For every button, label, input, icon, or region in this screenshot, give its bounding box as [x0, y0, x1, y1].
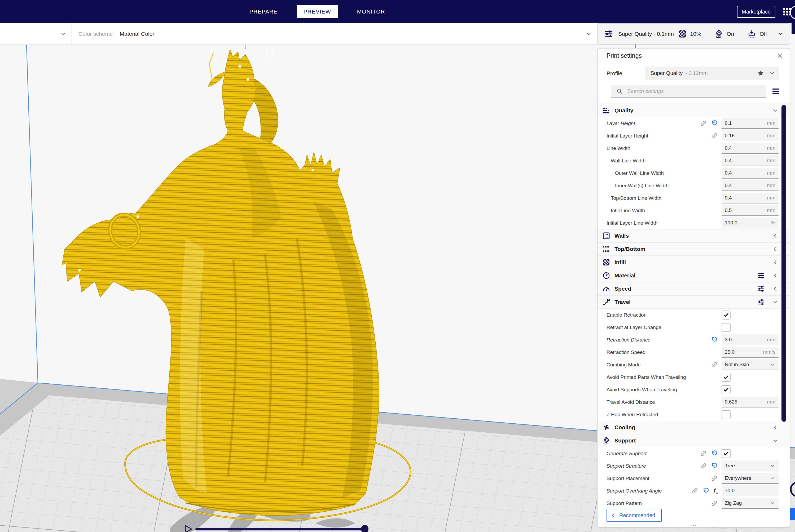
category-top-bottom[interactable]: Top/Bottom	[597, 243, 790, 256]
generate-support-checkbox[interactable]	[722, 449, 731, 458]
tab-preview[interactable]: PREVIEW	[297, 5, 338, 18]
combing-mode-select[interactable]: Not in Skin	[722, 359, 779, 370]
setting-label: Z Hop When Retracted	[597, 412, 718, 418]
link-icon[interactable]	[711, 500, 718, 507]
profile-label: Profile	[607, 70, 645, 77]
tab-monitor[interactable]: MONITOR	[350, 5, 392, 18]
print-settings-summary[interactable]: Super Quality - 0.1mm 10% On Off	[597, 23, 790, 44]
search-input[interactable]	[627, 88, 755, 95]
category-label: Infill	[614, 259, 626, 265]
category-speed[interactable]: Speed	[597, 282, 790, 296]
row-retract-at-layer-change: Retract at Layer Change	[597, 321, 790, 334]
search-box[interactable]	[611, 85, 766, 97]
chevron-down-icon	[770, 362, 775, 367]
link-icon[interactable]	[700, 462, 707, 470]
profile-dropdown[interactable]: Super Quality - 0.12mm	[645, 66, 779, 80]
reset-icon[interactable]	[711, 120, 718, 127]
setting-label: Support Pattern	[597, 500, 711, 506]
category-label: Speed	[614, 286, 631, 292]
setting-label: Support Overhang Angle	[597, 488, 691, 494]
chevron-down-icon[interactable]	[585, 31, 592, 37]
row-layer-height: Layer Height0.1mm	[597, 117, 790, 130]
category-quality[interactable]: Quality	[597, 104, 790, 117]
link-icon[interactable]	[711, 132, 718, 139]
tuned-settings-icon	[757, 271, 765, 280]
inner-wall-s-line-width-input[interactable]: 0.4mm	[722, 180, 779, 191]
avoid-supports-when-traveling-checkbox[interactable]	[722, 385, 731, 394]
layer-height-input[interactable]: 0.1mm	[722, 118, 779, 129]
initial-layer-height-input[interactable]: 0.16mm	[722, 130, 779, 141]
setting-value: Tree	[725, 463, 735, 469]
infill-line-width-input[interactable]: 0.5mm	[722, 205, 779, 216]
category-walls[interactable]: Walls	[597, 229, 790, 243]
scrollbar-thumb[interactable]	[781, 105, 786, 422]
category-travel[interactable]: Travel	[597, 296, 790, 309]
marketplace-button[interactable]: Marketplace	[737, 6, 775, 18]
setting-label: Support Structure	[597, 463, 700, 469]
enable-retraction-checkbox[interactable]	[722, 310, 731, 320]
z-hop-when-retracted-checkbox[interactable]	[722, 410, 731, 419]
wall-line-width-input[interactable]: 0.4mm	[722, 155, 779, 166]
edge-navy-tab	[792, 22, 795, 34]
chevron-left-icon	[610, 512, 616, 518]
retract-at-layer-change-checkbox[interactable]	[722, 323, 731, 332]
row-line-width: Line Width0.4mm	[597, 142, 790, 154]
category-label: Top/Bottom	[614, 246, 645, 252]
check-icon	[723, 386, 729, 393]
avoid-printed-parts-when-traveling-checkbox[interactable]	[722, 373, 731, 382]
chevron-down-icon	[770, 500, 775, 506]
setting-unit: mm	[767, 170, 775, 176]
chevron-left-icon	[772, 272, 779, 279]
action-panel-sliver[interactable]	[790, 508, 795, 520]
link-icon[interactable]	[711, 361, 718, 368]
reset-icon[interactable]	[711, 450, 718, 457]
reset-icon[interactable]	[711, 462, 718, 470]
recommended-button[interactable]: Recommended	[607, 509, 662, 522]
check-icon	[723, 374, 729, 380]
category-material[interactable]: Material	[597, 269, 790, 282]
row-avoid-printed-parts-when-traveling: Avoid Printed Parts When Traveling	[597, 371, 790, 383]
row-generate-support: Generate Support	[597, 447, 790, 460]
star-icon[interactable]	[757, 70, 764, 77]
setting-label: Outer Wall Line Width	[597, 170, 718, 176]
chevron-down-icon	[770, 475, 775, 481]
settings-menu-icon[interactable]	[771, 87, 780, 96]
reset-icon[interactable]	[711, 336, 718, 343]
panel-resize-handle[interactable]: ⋯	[597, 521, 790, 529]
category-support[interactable]: Support	[597, 434, 790, 447]
link-icon[interactable]	[700, 450, 707, 457]
topbottom-icon	[602, 245, 610, 253]
link-icon[interactable]	[700, 120, 707, 127]
top-bottom-line-width-input[interactable]: 0.4mm	[722, 193, 779, 204]
reset-icon[interactable]	[702, 487, 709, 494]
category-infill[interactable]: Infill	[597, 256, 790, 269]
category-cooling[interactable]: Cooling	[597, 421, 790, 434]
link-icon[interactable]	[691, 487, 699, 494]
row-avoid-supports-when-traveling: Avoid Supports When Traveling	[597, 383, 790, 396]
fx-formula-icon[interactable]: ƒx	[713, 487, 718, 494]
link-icon[interactable]	[711, 475, 718, 482]
chevron-down-icon	[772, 299, 779, 305]
tab-prepare[interactable]: PREPARE	[243, 5, 284, 18]
support-overhang-angle-input[interactable]: 70.0°	[722, 486, 779, 496]
top-bar: PREPARE PREVIEW MONITOR Marketplace	[0, 0, 795, 23]
support-structure-select[interactable]: Tree	[722, 460, 779, 471]
retraction-distance-input[interactable]: 3.0mm	[722, 334, 779, 345]
setting-unit: mm	[767, 183, 775, 188]
search-icon	[616, 88, 623, 95]
outer-wall-line-width-input[interactable]: 0.4mm	[722, 168, 779, 178]
close-icon[interactable]	[776, 52, 783, 59]
retraction-speed-input[interactable]: 25.0mm/s	[722, 347, 779, 358]
setting-label: Layer Height	[597, 120, 700, 126]
view-options-dropdown[interactable]	[0, 23, 72, 44]
support-placement-select[interactable]: Everywhere	[722, 473, 779, 484]
panel-header: Print settings	[597, 49, 790, 63]
row-z-hop-when-retracted: Z Hop When Retracted	[597, 408, 790, 421]
travel-avoid-distance-input[interactable]: 0.625mm	[722, 397, 779, 407]
initial-layer-line-width-input[interactable]: 100.0%	[722, 217, 779, 228]
setting-label: Travel Avoid Distance	[597, 399, 718, 405]
speed-icon	[602, 285, 610, 293]
setting-label: Inner Wall(s) Line Width	[597, 183, 718, 189]
color-scheme-dropdown[interactable]: Color scheme Material Color	[78, 23, 154, 44]
line-width-input[interactable]: 0.4mm	[722, 143, 779, 154]
